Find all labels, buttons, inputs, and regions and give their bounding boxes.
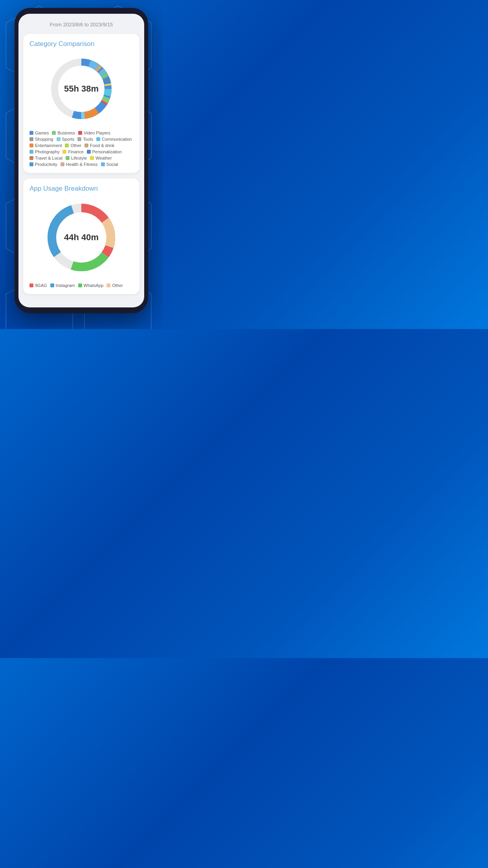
phone-screen: From 2023/8/6 to 2023/9/15 Category Comp… bbox=[18, 14, 144, 307]
category-card-title: Category Comparison bbox=[29, 40, 133, 48]
legend-label: Photography bbox=[35, 149, 59, 154]
legend-color-dot bbox=[90, 156, 94, 160]
category-total-time: 55h 38m bbox=[64, 84, 99, 94]
category-donut-chart: 55h 38m bbox=[46, 53, 117, 124]
legend-label: WhatsApp bbox=[84, 283, 104, 288]
legend-color-dot bbox=[66, 156, 70, 160]
legend-color-dot bbox=[29, 137, 33, 141]
legend-label: Games bbox=[35, 131, 49, 135]
legend-color-dot bbox=[52, 131, 56, 135]
legend-color-dot bbox=[29, 283, 33, 287]
app-total-time: 44h 40m bbox=[64, 232, 99, 243]
date-range: From 2023/8/6 to 2023/9/15 bbox=[23, 20, 139, 29]
legend-label: Productivity bbox=[35, 162, 57, 167]
legend-color-dot bbox=[50, 283, 54, 287]
legend-item: WhatsApp bbox=[78, 283, 104, 288]
legend-item: Instagram bbox=[50, 283, 75, 288]
legend-item: Health & Fitness bbox=[61, 162, 98, 167]
legend-item: Other bbox=[65, 143, 81, 148]
legend-color-dot bbox=[106, 283, 110, 287]
legend-label: Shopping bbox=[35, 137, 53, 142]
legend-color-dot bbox=[62, 150, 66, 154]
legend-color-dot bbox=[29, 162, 33, 166]
legend-label: Weather bbox=[95, 156, 112, 160]
legend-item: Business bbox=[52, 131, 75, 135]
legend-color-dot bbox=[101, 162, 105, 166]
legend-label: Tools bbox=[83, 137, 93, 142]
phone-device: From 2023/8/6 to 2023/9/15 Category Comp… bbox=[15, 8, 148, 313]
app-donut-chart: 44h 40m bbox=[42, 198, 121, 277]
legend-item: Weather bbox=[90, 156, 112, 160]
legend-label: Instagram bbox=[56, 283, 75, 288]
legend-color-dot bbox=[29, 150, 33, 154]
legend-label: Sports bbox=[62, 137, 75, 142]
legend-color-dot bbox=[78, 131, 82, 135]
legend-color-dot bbox=[57, 137, 61, 141]
legend-label: Social bbox=[106, 162, 118, 167]
legend-color-dot bbox=[87, 150, 91, 154]
legend-label: Finance bbox=[68, 149, 83, 154]
legend-label: Video Players bbox=[84, 131, 110, 135]
legend-item: Other bbox=[106, 283, 123, 288]
legend-label: Food & drink bbox=[90, 143, 114, 148]
legend-item: Productivity bbox=[29, 162, 57, 167]
category-legend: GamesBusinessVideo PlayersShoppingSports… bbox=[29, 131, 133, 167]
legend-label: Entertainment bbox=[35, 143, 62, 148]
legend-item: Shopping bbox=[29, 137, 53, 142]
legend-item: Food & drink bbox=[84, 143, 114, 148]
legend-color-dot bbox=[29, 131, 33, 135]
category-donut-container: 55h 38m bbox=[29, 53, 133, 124]
legend-color-dot bbox=[84, 143, 88, 147]
app-donut-container: 44h 40m bbox=[29, 198, 133, 277]
legend-color-dot bbox=[77, 137, 81, 141]
legend-item: Social bbox=[101, 162, 118, 167]
category-comparison-card: Category Comparison 55h 38m GamesBusines… bbox=[23, 34, 139, 173]
legend-item: Personalization bbox=[87, 149, 122, 154]
legend-item: Video Players bbox=[78, 131, 110, 135]
legend-color-dot bbox=[29, 143, 33, 147]
legend-color-dot bbox=[61, 162, 64, 166]
legend-item: Sports bbox=[57, 137, 75, 142]
legend-color-dot bbox=[29, 156, 33, 160]
legend-item: 9GAG bbox=[29, 283, 47, 288]
legend-label: Other bbox=[70, 143, 81, 148]
legend-label: 9GAG bbox=[35, 283, 47, 288]
app-usage-card: App Usage Breakdown 44h 40m 9GAGInstagra… bbox=[23, 178, 139, 294]
legend-label: Communication bbox=[102, 137, 132, 142]
legend-item: Finance bbox=[62, 149, 83, 154]
legend-label: Personalization bbox=[92, 149, 122, 154]
legend-item: Games bbox=[29, 131, 49, 135]
legend-label: Business bbox=[57, 131, 75, 135]
legend-label: Other bbox=[112, 283, 123, 288]
app-card-title: App Usage Breakdown bbox=[29, 185, 133, 193]
legend-color-dot bbox=[78, 283, 82, 287]
legend-item: Travel & Local bbox=[29, 156, 62, 160]
legend-item: Tools bbox=[77, 137, 93, 142]
legend-item: Communication bbox=[96, 137, 132, 142]
legend-item: Photography bbox=[29, 149, 59, 154]
app-legend: 9GAGInstagramWhatsAppOther bbox=[29, 283, 133, 288]
legend-label: Travel & Local bbox=[35, 156, 62, 160]
legend-label: Health & Fitness bbox=[66, 162, 98, 167]
legend-item: Lifestyle bbox=[66, 156, 87, 160]
legend-color-dot bbox=[96, 137, 100, 141]
legend-label: Lifestyle bbox=[71, 156, 87, 160]
legend-item: Entertainment bbox=[29, 143, 62, 148]
legend-color-dot bbox=[65, 143, 69, 147]
